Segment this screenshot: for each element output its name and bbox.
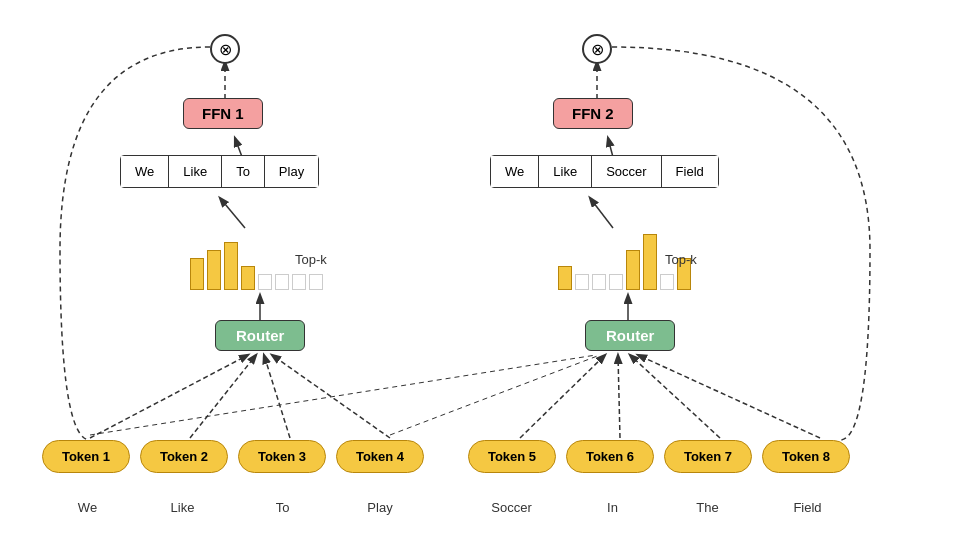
bar1-6 xyxy=(275,274,289,290)
bar2-7 xyxy=(660,274,674,290)
token-8: Token 8 xyxy=(762,440,850,473)
ffn1-box: FFN 1 xyxy=(183,98,263,129)
ffn1-label: FFN 1 xyxy=(202,105,244,122)
topk2-label: Top-k xyxy=(665,252,697,267)
token7-label: Token 7 xyxy=(684,449,732,464)
seq1-item-3: Play xyxy=(265,156,318,187)
token-3: Token 3 xyxy=(238,440,326,473)
xor-circle-left: ⊗ xyxy=(210,34,240,64)
bar1-8 xyxy=(309,274,323,290)
svg-line-14 xyxy=(220,198,245,228)
diagram: ⊗ ⊗ FFN 1 FFN 2 We Like To Play We Like … xyxy=(0,0,960,548)
token2-sublabel: Like xyxy=(150,500,215,515)
bar2-4 xyxy=(609,274,623,290)
token-6: Token 6 xyxy=(566,440,654,473)
svg-line-3 xyxy=(190,355,256,438)
xor-symbol-left: ⊗ xyxy=(219,40,232,59)
token-5: Token 5 xyxy=(468,440,556,473)
router2-box: Router xyxy=(585,320,675,351)
token3-label: Token 3 xyxy=(258,449,306,464)
svg-line-7 xyxy=(618,355,620,438)
ffn2-box: FFN 2 xyxy=(553,98,633,129)
token4-sublabel: Play xyxy=(350,500,410,515)
svg-line-9 xyxy=(638,355,820,438)
svg-line-4 xyxy=(264,355,290,438)
token7-sublabel: The xyxy=(680,500,735,515)
topk1-label: Top-k xyxy=(295,252,327,267)
token5-sublabel: Soccer xyxy=(474,500,549,515)
token-1: Token 1 xyxy=(42,440,130,473)
xor-circle-right: ⊗ xyxy=(582,34,612,64)
token1-sublabel: We xyxy=(55,500,120,515)
router1-label: Router xyxy=(236,327,284,344)
svg-line-5 xyxy=(272,355,390,438)
bar2-6 xyxy=(643,234,657,290)
token1-label: Token 1 xyxy=(62,449,110,464)
svg-line-6 xyxy=(520,355,605,438)
svg-line-8 xyxy=(630,355,720,438)
seq1: We Like To Play xyxy=(120,155,319,188)
seq2-item-0: We xyxy=(491,156,539,187)
xor-symbol-right: ⊗ xyxy=(591,40,604,59)
svg-line-11 xyxy=(390,355,600,435)
token-2: Token 2 xyxy=(140,440,228,473)
token6-sublabel: In xyxy=(585,500,640,515)
svg-line-2 xyxy=(90,355,248,438)
svg-line-10 xyxy=(90,355,596,435)
seq2-item-2: Soccer xyxy=(592,156,661,187)
bar1-5 xyxy=(258,274,272,290)
bar1-3 xyxy=(224,242,238,290)
token5-label: Token 5 xyxy=(488,449,536,464)
bar1-2 xyxy=(207,250,221,290)
seq1-item-1: Like xyxy=(169,156,222,187)
bar1-1 xyxy=(190,258,204,290)
svg-line-15 xyxy=(590,198,613,228)
ffn2-label: FFN 2 xyxy=(572,105,614,122)
token6-label: Token 6 xyxy=(586,449,634,464)
seq2: We Like Soccer Field xyxy=(490,155,719,188)
token8-label: Token 8 xyxy=(782,449,830,464)
token4-label: Token 4 xyxy=(356,449,404,464)
token-4: Token 4 xyxy=(336,440,424,473)
bar1-4 xyxy=(241,266,255,290)
seq1-item-0: We xyxy=(121,156,169,187)
bar2-1 xyxy=(558,266,572,290)
bar2-3 xyxy=(592,274,606,290)
seq2-item-3: Field xyxy=(662,156,718,187)
token2-label: Token 2 xyxy=(160,449,208,464)
seq1-item-2: To xyxy=(222,156,265,187)
router1-box: Router xyxy=(215,320,305,351)
token-7: Token 7 xyxy=(664,440,752,473)
bar1-7 xyxy=(292,274,306,290)
token8-sublabel: Field xyxy=(775,500,840,515)
seq2-item-1: Like xyxy=(539,156,592,187)
router2-label: Router xyxy=(606,327,654,344)
token3-sublabel: To xyxy=(255,500,310,515)
bar2-2 xyxy=(575,274,589,290)
bar2-5 xyxy=(626,250,640,290)
